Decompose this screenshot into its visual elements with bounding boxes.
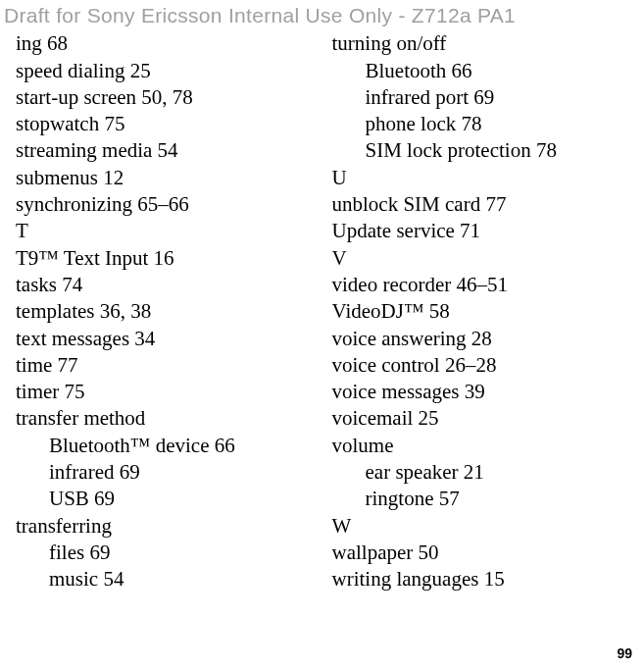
index-heading: U [332, 165, 637, 191]
index-subentry: phone lock 78 [332, 111, 637, 137]
index-subentry: ear speaker 21 [332, 459, 637, 486]
index-entry: text messages 34 [16, 326, 321, 352]
index-entry: unblock SIM card 77 [332, 191, 637, 218]
index-entry: synchronizing 65–66 [16, 191, 321, 218]
index-entry: streaming media 54 [16, 137, 321, 164]
index-entry: turning on/off [332, 30, 637, 57]
draft-header: Draft for Sony Ericsson Internal Use Onl… [0, 0, 644, 30]
index-entry: templates 36, 38 [16, 298, 321, 325]
index-heading: W [332, 513, 637, 540]
index-subentry: music 54 [16, 566, 321, 593]
index-entry: voice control 26–28 [332, 352, 637, 379]
index-entry: wallpaper 50 [332, 540, 637, 566]
index-heading: T [16, 218, 321, 244]
index-entry: transferring [16, 513, 321, 540]
index-entry: submenus 12 [16, 165, 321, 191]
page-number: 99 [617, 644, 632, 662]
index-entry: volume [332, 433, 637, 459]
index-column-right: turning on/offBluetooth 66infrared port … [326, 30, 637, 593]
index-entry: transfer method [16, 405, 321, 432]
index-entry: start-up screen 50, 78 [16, 84, 321, 111]
index-entry: ing 68 [16, 30, 321, 57]
index-entry: timer 75 [16, 379, 321, 405]
index-subentry: Bluetooth™ device 66 [16, 433, 321, 459]
index-entry: voice answering 28 [332, 326, 637, 352]
index-subentry: Bluetooth 66 [332, 58, 637, 84]
index-entry: speed dialing 25 [16, 58, 321, 84]
index-heading: V [332, 245, 637, 272]
index-entry: video recorder 46–51 [332, 272, 637, 298]
index-entry: stopwatch 75 [16, 111, 321, 137]
index-column-left: ing 68speed dialing 25start-up screen 50… [16, 30, 326, 593]
index-entry: tasks 74 [16, 272, 321, 298]
index-subentry: SIM lock protection 78 [332, 137, 637, 164]
index-entry: T9™ Text Input 16 [16, 245, 321, 272]
index-entry: writing languages 15 [332, 566, 637, 593]
index-subentry: ringtone 57 [332, 486, 637, 512]
index-entry: time 77 [16, 352, 321, 379]
index-subentry: infrared port 69 [332, 84, 637, 111]
index-entry: voicemail 25 [332, 405, 637, 432]
index-columns: ing 68speed dialing 25start-up screen 50… [0, 30, 644, 593]
index-entry: VideoDJ™ 58 [332, 298, 637, 325]
index-subentry: files 69 [16, 540, 321, 566]
index-subentry: infrared 69 [16, 459, 321, 486]
index-subentry: USB 69 [16, 486, 321, 512]
index-entry: voice messages 39 [332, 379, 637, 405]
index-entry: Update service 71 [332, 218, 637, 244]
